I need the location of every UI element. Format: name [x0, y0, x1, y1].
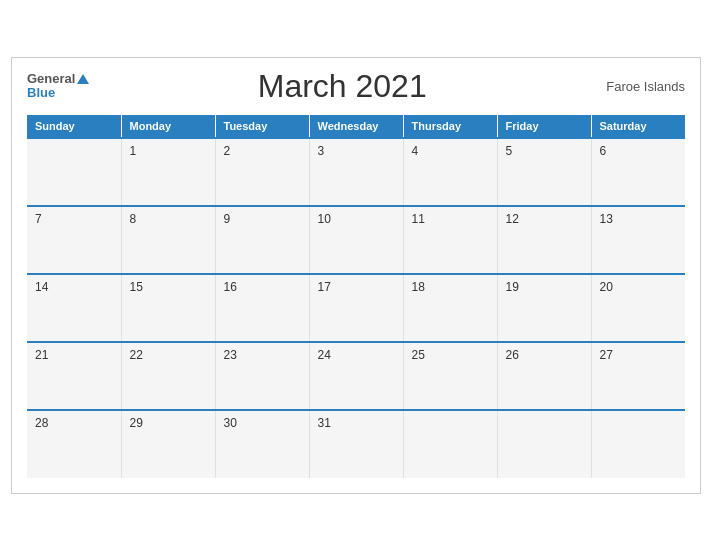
logo-blue-text: Blue	[27, 86, 89, 100]
day-number: 27	[600, 348, 613, 362]
day-number: 6	[600, 144, 607, 158]
calendar-week-row: 14151617181920	[27, 274, 685, 342]
day-number: 9	[224, 212, 231, 226]
calendar-day-cell: 8	[121, 206, 215, 274]
day-number: 28	[35, 416, 48, 430]
calendar-day-cell: 2	[215, 138, 309, 206]
day-number: 12	[506, 212, 519, 226]
day-number: 23	[224, 348, 237, 362]
calendar-day-cell: 30	[215, 410, 309, 478]
calendar-day-cell	[27, 138, 121, 206]
calendar-day-cell: 13	[591, 206, 685, 274]
calendar-day-cell: 22	[121, 342, 215, 410]
day-number: 26	[506, 348, 519, 362]
day-number: 25	[412, 348, 425, 362]
day-number: 5	[506, 144, 513, 158]
calendar-day-cell: 5	[497, 138, 591, 206]
calendar-day-cell: 16	[215, 274, 309, 342]
day-number: 10	[318, 212, 331, 226]
day-number: 19	[506, 280, 519, 294]
header-saturday: Saturday	[591, 115, 685, 138]
calendar-day-cell: 3	[309, 138, 403, 206]
logo-triangle-icon	[77, 74, 89, 84]
calendar-day-cell: 11	[403, 206, 497, 274]
day-number: 17	[318, 280, 331, 294]
calendar-day-cell: 31	[309, 410, 403, 478]
day-number: 8	[130, 212, 137, 226]
header-monday: Monday	[121, 115, 215, 138]
calendar-day-cell: 19	[497, 274, 591, 342]
header-friday: Friday	[497, 115, 591, 138]
days-header-row: Sunday Monday Tuesday Wednesday Thursday…	[27, 115, 685, 138]
day-number: 29	[130, 416, 143, 430]
header-thursday: Thursday	[403, 115, 497, 138]
day-number: 13	[600, 212, 613, 226]
day-number: 16	[224, 280, 237, 294]
day-number: 2	[224, 144, 231, 158]
day-number: 31	[318, 416, 331, 430]
calendar-day-cell: 4	[403, 138, 497, 206]
calendar-day-cell: 6	[591, 138, 685, 206]
calendar-container: General Blue March 2021 Faroe Islands Su…	[11, 57, 701, 494]
day-number: 15	[130, 280, 143, 294]
header-wednesday: Wednesday	[309, 115, 403, 138]
header-sunday: Sunday	[27, 115, 121, 138]
calendar-day-cell: 28	[27, 410, 121, 478]
calendar-day-cell: 10	[309, 206, 403, 274]
region-label: Faroe Islands	[595, 79, 685, 94]
calendar-week-row: 78910111213	[27, 206, 685, 274]
calendar-day-cell: 21	[27, 342, 121, 410]
day-number: 11	[412, 212, 425, 226]
day-number: 3	[318, 144, 325, 158]
calendar-day-cell: 25	[403, 342, 497, 410]
calendar-day-cell	[497, 410, 591, 478]
calendar-header: General Blue March 2021 Faroe Islands	[27, 68, 685, 105]
calendar-day-cell: 20	[591, 274, 685, 342]
day-number: 18	[412, 280, 425, 294]
day-number: 4	[412, 144, 419, 158]
calendar-day-cell: 15	[121, 274, 215, 342]
calendar-day-cell	[403, 410, 497, 478]
calendar-day-cell: 18	[403, 274, 497, 342]
calendar-day-cell: 1	[121, 138, 215, 206]
calendar-day-cell: 23	[215, 342, 309, 410]
calendar-day-cell: 29	[121, 410, 215, 478]
calendar-week-row: 21222324252627	[27, 342, 685, 410]
day-number: 20	[600, 280, 613, 294]
calendar-day-cell	[591, 410, 685, 478]
logo-general-text: General	[27, 72, 89, 86]
day-number: 21	[35, 348, 48, 362]
day-number: 30	[224, 416, 237, 430]
day-number: 1	[130, 144, 137, 158]
calendar-title: March 2021	[89, 68, 595, 105]
calendar-week-row: 28293031	[27, 410, 685, 478]
day-number: 14	[35, 280, 48, 294]
calendar-day-cell: 24	[309, 342, 403, 410]
day-number: 7	[35, 212, 42, 226]
calendar-day-cell: 14	[27, 274, 121, 342]
calendar-day-cell: 26	[497, 342, 591, 410]
calendar-day-cell: 17	[309, 274, 403, 342]
calendar-day-cell: 9	[215, 206, 309, 274]
day-number: 22	[130, 348, 143, 362]
calendar-day-cell: 7	[27, 206, 121, 274]
calendar-day-cell: 27	[591, 342, 685, 410]
logo: General Blue	[27, 72, 89, 101]
header-tuesday: Tuesday	[215, 115, 309, 138]
calendar-day-cell: 12	[497, 206, 591, 274]
day-number: 24	[318, 348, 331, 362]
calendar-week-row: 123456	[27, 138, 685, 206]
calendar-grid: Sunday Monday Tuesday Wednesday Thursday…	[27, 115, 685, 478]
